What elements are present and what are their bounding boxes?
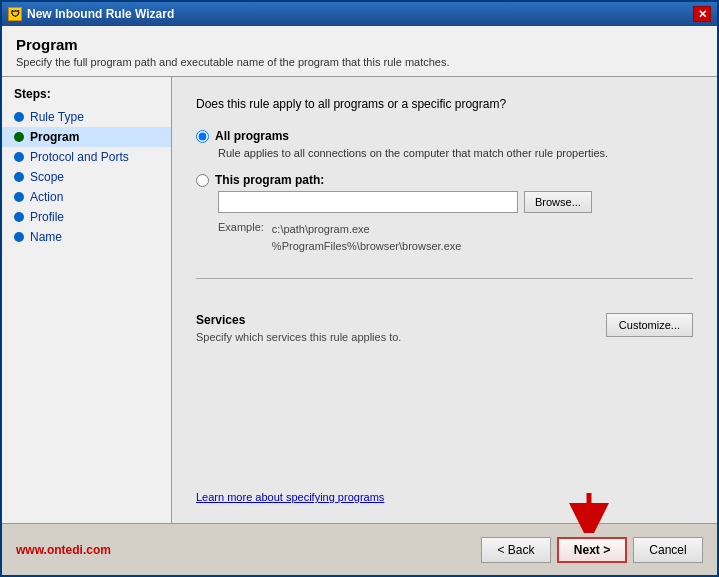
sidebar-item-protocol-and-ports[interactable]: Protocol and Ports bbox=[2, 147, 171, 167]
page-description: Specify the full program path and execut… bbox=[16, 56, 703, 68]
all-programs-radio[interactable] bbox=[196, 130, 209, 143]
window-header: Program Specify the full program path an… bbox=[2, 26, 717, 77]
services-description: Specify which services this rule applies… bbox=[196, 331, 401, 343]
program-path-input[interactable] bbox=[218, 191, 518, 213]
sidebar-item-label: Rule Type bbox=[30, 110, 84, 124]
divider bbox=[196, 278, 693, 279]
sidebar-item-program[interactable]: Program bbox=[2, 127, 171, 147]
services-section: Services Specify which services this rul… bbox=[196, 313, 693, 343]
sidebar-item-label: Action bbox=[30, 190, 63, 204]
window-title: New Inbound Rule Wizard bbox=[27, 7, 174, 21]
footer-buttons: < Back Next > Cancel bbox=[481, 537, 703, 563]
footer: www.ontedi.com < Back Next > Cancel bbox=[2, 523, 717, 575]
sidebar-item-name[interactable]: Name bbox=[2, 227, 171, 247]
services-title: Services bbox=[196, 313, 401, 327]
dot-icon bbox=[14, 132, 24, 142]
window-icon: 🛡 bbox=[8, 7, 22, 21]
example-row: Example: c:\path\program.exe %ProgramFil… bbox=[218, 221, 693, 254]
wizard-window: 🛡 New Inbound Rule Wizard ✕ Program Spec… bbox=[0, 0, 719, 577]
sidebar-item-label: Program bbox=[30, 130, 79, 144]
all-programs-desc: Rule applies to all connections on the c… bbox=[218, 147, 693, 159]
dot-icon bbox=[14, 212, 24, 222]
program-path-row: Browse... bbox=[218, 191, 693, 213]
next-button[interactable]: Next > bbox=[557, 537, 627, 563]
sidebar-item-rule-type[interactable]: Rule Type bbox=[2, 107, 171, 127]
sidebar-item-label: Scope bbox=[30, 170, 64, 184]
title-bar: 🛡 New Inbound Rule Wizard ✕ bbox=[2, 2, 717, 26]
red-arrow-icon bbox=[569, 493, 609, 533]
all-programs-label[interactable]: All programs bbox=[215, 129, 289, 143]
sidebar-item-action[interactable]: Action bbox=[2, 187, 171, 207]
dot-icon bbox=[14, 152, 24, 162]
example-line1: c:\path\program.exe bbox=[272, 221, 462, 238]
services-left: Services Specify which services this rul… bbox=[196, 313, 401, 343]
example-line2: %ProgramFiles%\browser\browser.exe bbox=[272, 238, 462, 255]
next-button-container: Next > bbox=[557, 537, 627, 563]
back-button[interactable]: < Back bbox=[481, 537, 551, 563]
specific-program-label[interactable]: This program path: bbox=[215, 173, 324, 187]
sidebar-item-label: Name bbox=[30, 230, 62, 244]
dot-icon bbox=[14, 232, 24, 242]
dot-icon bbox=[14, 192, 24, 202]
all-programs-radio-row: All programs bbox=[196, 129, 693, 143]
learn-more-link[interactable]: Learn more about specifying programs bbox=[196, 461, 693, 503]
watermark: www.ontedi.com bbox=[16, 543, 111, 557]
all-programs-option: All programs Rule applies to all connect… bbox=[196, 129, 693, 159]
main-content: Does this rule apply to all programs or … bbox=[172, 77, 717, 523]
dot-icon bbox=[14, 172, 24, 182]
cancel-button[interactable]: Cancel bbox=[633, 537, 703, 563]
dot-icon bbox=[14, 112, 24, 122]
main-question: Does this rule apply to all programs or … bbox=[196, 97, 693, 111]
title-bar-left: 🛡 New Inbound Rule Wizard bbox=[8, 7, 174, 21]
example-values: c:\path\program.exe %ProgramFiles%\brows… bbox=[272, 221, 462, 254]
example-label: Example: bbox=[218, 221, 264, 254]
page-title: Program bbox=[16, 36, 703, 53]
close-button[interactable]: ✕ bbox=[693, 6, 711, 22]
services-row: Services Specify which services this rul… bbox=[196, 313, 693, 343]
browse-button[interactable]: Browse... bbox=[524, 191, 592, 213]
sidebar: Steps: Rule Type Program Protocol and Po… bbox=[2, 77, 172, 523]
window-body: Steps: Rule Type Program Protocol and Po… bbox=[2, 77, 717, 523]
sidebar-item-scope[interactable]: Scope bbox=[2, 167, 171, 187]
customize-button[interactable]: Customize... bbox=[606, 313, 693, 337]
sidebar-title: Steps: bbox=[2, 87, 171, 107]
specific-program-option: This program path: Browse... Example: c:… bbox=[196, 173, 693, 254]
sidebar-item-profile[interactable]: Profile bbox=[2, 207, 171, 227]
specific-program-radio[interactable] bbox=[196, 174, 209, 187]
sidebar-item-label: Profile bbox=[30, 210, 64, 224]
specific-program-radio-row: This program path: bbox=[196, 173, 693, 187]
sidebar-item-label: Protocol and Ports bbox=[30, 150, 129, 164]
